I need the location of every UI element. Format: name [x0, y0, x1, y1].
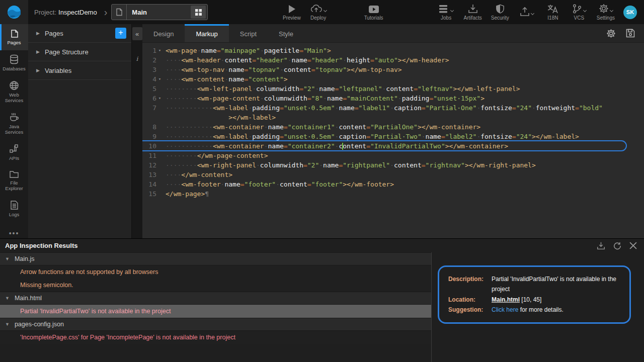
sidebar-item-file-explorer[interactable]: File Explorer [0, 165, 28, 196]
code-text: </wm-page>¶ [163, 189, 209, 199]
code-line-10[interactable]: 10············<wm-container·name="contai… [142, 141, 644, 151]
tab-script[interactable]: Script [229, 24, 268, 42]
pages-icon [10, 28, 19, 38]
jobs-button[interactable]: Jobs [438, 4, 455, 21]
fold-arrow-icon[interactable]: ▾ [156, 46, 163, 55]
preview-button[interactable]: Preview [283, 4, 301, 21]
app-inspection-panel: App Inspection Results ▼Main.jsArrow fun… [0, 238, 644, 362]
panel-section-variables[interactable]: ▶ Variables [28, 61, 131, 80]
tutorials-button[interactable]: Tutorials [364, 4, 383, 21]
tab-markup[interactable]: Markup [185, 24, 228, 42]
page-file-icon [112, 5, 127, 20]
sidebar-item-logs[interactable]: Logs [0, 196, 28, 222]
open-page-tab[interactable]: Main [111, 4, 208, 20]
code-line-5[interactable]: 5········<wm-left-panel·columnwidth="2"·… [142, 84, 644, 94]
inspection-file-name: Main.js [15, 255, 35, 262]
line-number: 5 [142, 84, 156, 94]
panel-collapse-strip: « i [132, 24, 142, 238]
log-document-icon [10, 200, 19, 210]
click-here-link[interactable]: Click here [492, 306, 518, 313]
inspection-file-header[interactable]: ▼pages-config.json [0, 318, 431, 331]
sidebar-item-java-services[interactable]: Java Services [0, 108, 28, 140]
database-icon [9, 54, 19, 64]
pages-grid-icon[interactable] [191, 6, 206, 19]
pages-panel: ▶ Pages + ▶ Page Structure ▶ Variables [28, 24, 132, 238]
sidebar-item-databases[interactable]: Databases [0, 50, 28, 76]
panel-section-pages[interactable]: ▶ Pages + [28, 24, 131, 43]
download-results-icon[interactable] [597, 242, 605, 250]
collapse-arrow-icon: ▼ [5, 256, 10, 261]
code-line-12[interactable]: 12········<wm-right-panel·columnwidth="2… [142, 160, 644, 170]
sidebar-item-apis[interactable]: APIs [0, 140, 28, 166]
code-line-8[interactable]: 8············<wm-container·name="contain… [142, 122, 644, 132]
location-label: Location: [448, 295, 492, 305]
location-file-link[interactable]: Main.html [492, 296, 520, 303]
inspection-item[interactable]: 'IncompletePage.css' for Page 'Incomplet… [0, 331, 431, 344]
fold-gutter [156, 55, 163, 65]
code-line-11[interactable]: 11········</wm-page-content> [142, 151, 644, 160]
close-icon[interactable] [629, 242, 637, 250]
panel-section-page-structure[interactable]: ▶ Page Structure [28, 43, 131, 61]
security-button[interactable]: Security [491, 4, 509, 21]
coffee-cup-icon [9, 112, 20, 122]
page-tab-label: Main [127, 9, 191, 16]
code-line-7-wrap[interactable]: ></wm-label> [142, 113, 644, 122]
fold-gutter [156, 113, 163, 122]
code-line-6[interactable]: 6▾········<wm-page-content·columnwidth="… [142, 94, 644, 103]
user-avatar[interactable]: SK [623, 6, 637, 19]
code-line-13[interactable]: 13····</wm-content> [142, 170, 644, 179]
refresh-icon[interactable] [613, 242, 621, 250]
code-line-14[interactable]: 14····<wm-footer·name="footer"·content="… [142, 179, 644, 189]
line-number: 13 [142, 170, 156, 179]
artifacts-button[interactable]: Artifacts [464, 4, 482, 21]
editor-settings-gear-icon[interactable] [606, 29, 616, 38]
code-text: ····<wm-header·content="header"·name="he… [163, 55, 449, 65]
code-line-3[interactable]: 3····<wm-top-nav·name="topnav"·content="… [142, 65, 644, 74]
export-button[interactable] [518, 7, 535, 18]
code-editor-text[interactable]: 1▾<wm-page·name="mainpage"·pagetitle="Ma… [142, 43, 644, 238]
code-line-15[interactable]: 15</wm-page>¶ [142, 189, 644, 199]
chevron-down-icon [610, 9, 613, 12]
info-icon[interactable]: i [136, 55, 138, 62]
inspection-file-name: Main.html [15, 295, 42, 302]
breadcrumb-chevron-icon[interactable]: › [104, 7, 108, 17]
code-line-2[interactable]: 2····<wm-header·content="header"·name="h… [142, 55, 644, 65]
settings-button[interactable]: Settings [597, 4, 615, 21]
inspection-item[interactable]: Missing semicolon. [0, 279, 431, 292]
wavemaker-logo[interactable] [0, 0, 28, 24]
inspection-title: App Inspection Results [5, 242, 597, 249]
deploy-button[interactable]: Deploy [310, 4, 327, 21]
video-tutorials-icon [369, 4, 379, 14]
sidebar-item-web-services[interactable]: Web Services [0, 76, 28, 108]
code-line-1[interactable]: 1▾<wm-page·name="mainpage"·pagetitle="Ma… [142, 46, 644, 55]
fold-gutter [156, 179, 163, 189]
fold-arrow-icon[interactable]: ▾ [156, 94, 163, 103]
add-page-button[interactable]: + [115, 28, 126, 39]
folder-icon [9, 169, 19, 178]
code-text: ········</wm-page-content> [163, 151, 268, 160]
inspection-item[interactable]: Partial 'InvalidPartialTwo' is not avail… [0, 305, 431, 318]
code-line-7[interactable]: 7············<wm-label·padding="unset·0.… [142, 103, 644, 113]
inspection-file-header[interactable]: ▼Main.js [0, 252, 431, 265]
save-icon[interactable] [626, 29, 635, 38]
sidebar-item-pages[interactable]: Pages [0, 24, 28, 50]
project-label: Project:InspectDemo [34, 9, 97, 16]
collapse-panel-button[interactable]: « [132, 27, 142, 40]
i18n-button[interactable]: I18N [544, 4, 561, 21]
shield-icon [496, 4, 505, 14]
fold-arrow-icon[interactable]: ▾ [156, 74, 163, 84]
inspection-item[interactable]: Arrow functions are not supported by all… [0, 265, 431, 279]
chevron-down-icon [531, 11, 534, 15]
inspection-file-header[interactable]: ▼Main.html [0, 292, 431, 305]
collapse-arrow-icon: ▼ [5, 296, 10, 301]
vcs-button[interactable]: VCS [571, 4, 588, 21]
git-branch-icon [572, 4, 586, 14]
tab-design[interactable]: Design [142, 24, 185, 42]
code-text: ········<wm-left-panel·columnwidth="2"·n… [163, 84, 520, 94]
code-line-4[interactable]: 4▾····<wm-content·name="content"> [142, 74, 644, 84]
code-line-9[interactable]: 9············<wm-label·padding="unset·0.… [142, 132, 644, 141]
suggestion-rest: for more details. [520, 306, 564, 313]
location-value: Main.html [10, 45] [492, 295, 620, 305]
location-position: [10, 45] [521, 296, 541, 303]
tab-style[interactable]: Style [268, 24, 304, 42]
